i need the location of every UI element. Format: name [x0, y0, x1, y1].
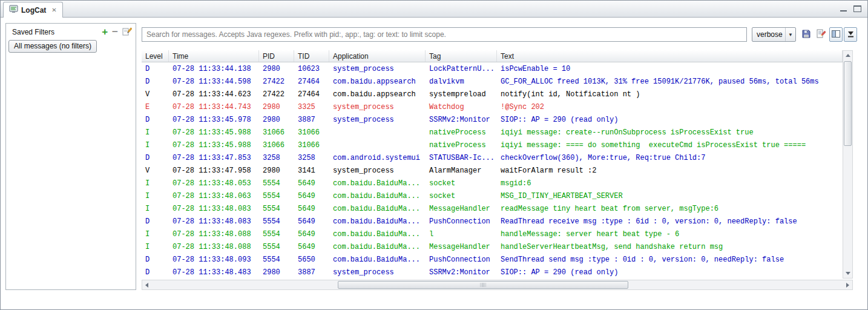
log-cell-text: handleServerHeartbeatMsg, send handshake… — [497, 243, 843, 251]
minimize-icon[interactable] — [840, 5, 847, 12]
log-cell-text: SendThread send msg :type : 0id : 0, ver… — [497, 256, 843, 264]
log-row[interactable]: D07-28 11:33:45.97829803887system_proces… — [142, 113, 843, 126]
scroll-up-arrow[interactable] — [843, 51, 852, 60]
log-row[interactable]: I07-28 11:33:45.9883106631066nativeProce… — [142, 126, 843, 139]
log-row[interactable]: V07-28 11:33:44.6232742227464com.baidu.a… — [142, 88, 843, 101]
column-header-tag[interactable]: Tag — [426, 50, 497, 62]
log-cell-time: 07-28 11:33:48.063 — [169, 192, 259, 200]
log-cell-text: GC_FOR_ALLOC freed 1013K, 31% free 15091… — [497, 78, 843, 86]
log-cell-tag: Watchdog — [426, 103, 497, 111]
log-cell-text: isPcwEnable = 10 — [497, 65, 843, 73]
log-cell-tag: dalvikvm — [426, 78, 497, 86]
log-cell-tag: l — [426, 230, 497, 239]
log-row[interactable]: D07-28 11:33:44.5982742227464com.baidu.a… — [142, 75, 843, 88]
log-cell-level: D — [142, 78, 169, 86]
log-cell-tid: 3141 — [294, 167, 329, 175]
column-header-pid[interactable]: PID — [259, 50, 294, 62]
log-cell-pid: 5554 — [259, 179, 294, 188]
log-row[interactable]: D07-28 11:33:44.138298010623system_proce… — [142, 62, 843, 75]
log-cell-time: 07-28 11:33:48.088 — [169, 243, 259, 251]
column-header-time[interactable]: Time — [169, 50, 259, 62]
filter-item-all-messages[interactable]: All messages (no filters) — [8, 40, 97, 53]
log-level-selected: verbose — [752, 30, 785, 39]
horizontal-scroll-thumb[interactable] — [338, 281, 628, 289]
log-cell-app: com.android.systemui — [329, 154, 426, 162]
log-cell-tag: PushConnection — [426, 256, 497, 264]
save-log-icon[interactable] — [801, 29, 811, 41]
log-cell-text: SIOP:: AP = 290 (read only) — [497, 268, 843, 277]
log-cell-pid: 2980 — [259, 167, 294, 175]
column-header-level[interactable]: Level — [142, 50, 169, 62]
edit-filter-icon[interactable] — [122, 27, 132, 36]
scroll-right-arrow[interactable] — [843, 280, 852, 289]
search-input[interactable] — [142, 27, 747, 42]
log-cell-level: I — [142, 141, 169, 150]
log-cell-app: com.baidu.BaiduMa... — [329, 230, 426, 239]
scroll-left-arrow[interactable] — [142, 280, 151, 289]
log-cell-app: com.baidu.BaiduMa... — [329, 192, 426, 200]
maximize-icon[interactable] — [853, 5, 861, 12]
vertical-scroll-thumb[interactable] — [844, 61, 852, 146]
log-cell-level: I — [142, 205, 169, 213]
log-cell-time: 07-28 11:33:48.053 — [169, 179, 259, 188]
log-cell-app: system_process — [329, 103, 426, 111]
log-row[interactable]: D07-28 11:33:48.48329803887system_proces… — [142, 266, 843, 279]
add-filter-icon[interactable]: + — [102, 28, 108, 36]
log-cell-app: com.baidu.BaiduMa... — [329, 217, 426, 226]
log-cell-app: com.baidu.BaiduMa... — [329, 205, 426, 213]
log-cell-tid: 5649 — [294, 217, 329, 226]
window-controls — [840, 5, 861, 12]
log-level-dropdown[interactable]: verbose ▼ — [752, 27, 796, 42]
scroll-down-arrow[interactable] — [843, 269, 852, 278]
log-row[interactable]: I07-28 11:33:48.05355545649com.baidu.Bai… — [142, 177, 843, 190]
tab-logcat[interactable]: LogCat ✕ — [3, 2, 63, 18]
tab-close-icon[interactable]: ✕ — [51, 7, 56, 13]
log-cell-time: 07-28 11:33:44.138 — [169, 65, 259, 73]
log-cell-text: iqiyi message: create--runOnSubprocess i… — [497, 128, 843, 137]
log-cell-tag: SSRMv2:Monitor — [426, 116, 497, 124]
log-cell-level: D — [142, 268, 169, 277]
log-cell-level: I — [142, 128, 169, 137]
scroll-to-bottom-button[interactable] — [844, 27, 857, 42]
log-cell-level: V — [142, 167, 169, 175]
remove-filter-icon[interactable]: − — [112, 28, 118, 36]
log-cell-text: !@Sync 202 — [497, 103, 843, 111]
column-header-tid[interactable]: TID — [294, 50, 329, 62]
toggle-filters-pane-button[interactable] — [829, 27, 843, 42]
log-cell-app: com.baidu.appsearch — [329, 90, 426, 99]
log-table-header: LevelTimePIDTIDApplicationTagText — [142, 50, 843, 62]
vertical-scrollbar[interactable] — [843, 50, 853, 279]
log-cell-pid: 27422 — [259, 90, 294, 99]
log-row[interactable]: I07-28 11:33:48.08855545649com.baidu.Bai… — [142, 228, 843, 240]
log-row[interactable]: I07-28 11:33:48.06355545649com.baidu.Bai… — [142, 190, 843, 202]
log-row[interactable]: I07-28 11:33:48.08355545649com.baidu.Bai… — [142, 202, 843, 215]
log-row[interactable]: E07-28 11:33:44.74329803325system_proces… — [142, 101, 843, 113]
log-cell-tag: MessageHandler — [426, 205, 497, 213]
log-cell-text: notify(int id, Notification nt ) — [497, 90, 843, 99]
log-row[interactable]: I07-28 11:33:45.9883106631066nativeProce… — [142, 139, 843, 151]
horizontal-scrollbar[interactable] — [142, 280, 853, 290]
log-row[interactable]: D07-28 11:33:48.09355545650com.baidu.Bai… — [142, 253, 843, 266]
log-row[interactable]: D07-28 11:33:47.85332583258com.android.s… — [142, 151, 843, 164]
clear-log-icon[interactable] — [816, 29, 826, 41]
log-cell-tag: nativeProcess — [426, 128, 497, 137]
log-cell-time: 07-28 11:33:47.958 — [169, 167, 259, 175]
log-cell-text: ReadThread receive msg :type : 6id : 0, … — [497, 217, 843, 226]
log-row[interactable]: V07-28 11:33:47.95829803141system_proces… — [142, 164, 843, 177]
tab-bar: LogCat ✕ — [1, 1, 867, 18]
column-header-app[interactable]: Application — [329, 50, 426, 62]
log-cell-pid: 5554 — [259, 256, 294, 264]
log-cell-time: 07-28 11:33:47.853 — [169, 154, 259, 162]
log-cell-time: 07-28 11:33:48.093 — [169, 256, 259, 264]
column-header-text[interactable]: Text — [497, 50, 843, 62]
log-cell-time: 07-28 11:33:48.483 — [169, 268, 259, 277]
log-cell-tid: 27464 — [294, 90, 329, 99]
log-cell-tag: AlarmManager — [426, 167, 497, 175]
log-row[interactable]: I07-28 11:33:48.08855545649com.baidu.Bai… — [142, 240, 843, 253]
logcat-window: LogCat ✕ Saved Filters + − — [0, 0, 868, 310]
arrow-down-icon — [847, 29, 854, 40]
log-cell-time: 07-28 11:33:44.598 — [169, 78, 259, 86]
log-cell-tag: LockPatternU... — [426, 65, 497, 73]
log-cell-level: I — [142, 179, 169, 188]
log-row[interactable]: D07-28 11:33:48.08355545649com.baidu.Bai… — [142, 215, 843, 228]
